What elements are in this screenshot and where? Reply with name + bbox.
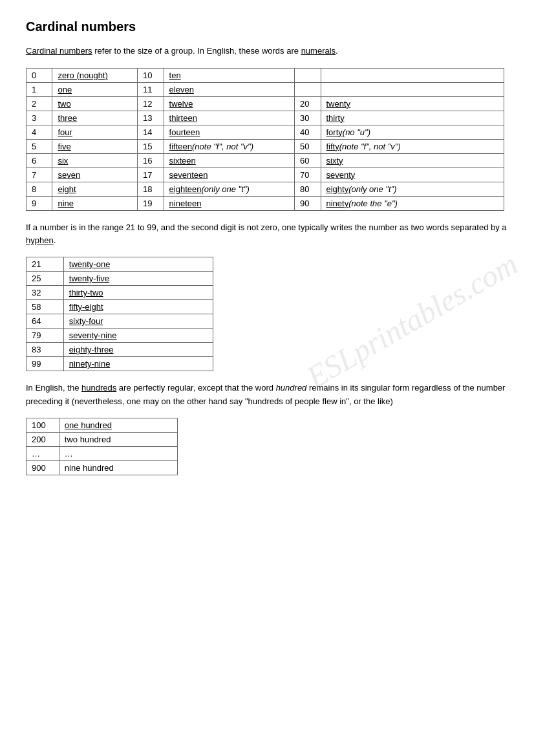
table-row: one hundred: [59, 418, 177, 432]
number-word-link[interactable]: seven: [58, 170, 80, 180]
table-row: 30: [295, 111, 321, 125]
table-row: 25: [27, 272, 64, 286]
table-row: 83: [27, 343, 64, 357]
hundreds-paragraph: In English, the hundreds are perfectly r…: [26, 382, 508, 409]
number-word-link[interactable]: three: [58, 113, 77, 123]
table-row: 10: [138, 68, 164, 82]
table-row: twenty-five: [63, 272, 213, 286]
number-word-link[interactable]: twelve: [169, 99, 193, 109]
numerals-link[interactable]: numerals: [301, 46, 336, 56]
hyphen-word-link[interactable]: ninety-nine: [69, 359, 111, 369]
number-word-link[interactable]: seventy: [326, 170, 356, 180]
table-row: 200: [27, 432, 59, 446]
table-row: two: [52, 96, 138, 111]
number-word-link[interactable]: sixteen: [169, 156, 196, 166]
table-row: five: [52, 139, 138, 153]
table-row: sixteen: [164, 153, 294, 167]
table-row: 15: [138, 139, 164, 153]
number-word-link[interactable]: fourteen: [169, 127, 200, 137]
table-row: nine: [52, 196, 138, 210]
number-word-link[interactable]: ten: [169, 70, 181, 80]
table-row: fourteen: [164, 125, 294, 139]
note-text: (note "f", not "v"): [192, 142, 253, 151]
number-word-link[interactable]: two: [58, 99, 70, 109]
number-word-link[interactable]: zero (nought): [58, 70, 107, 80]
number-word-link[interactable]: fifty: [326, 142, 339, 151]
table-row: four: [52, 125, 138, 139]
number-word-link[interactable]: twenty: [326, 99, 351, 109]
hyphen-text-2: .: [54, 235, 56, 245]
number-word-link[interactable]: thirteen: [169, 113, 197, 123]
table-row: 18: [138, 182, 164, 196]
table-row: 40: [295, 125, 321, 139]
table-row: [295, 68, 321, 82]
table-row: …: [59, 446, 177, 460]
table-row: twenty: [321, 96, 504, 111]
table-row: 900: [27, 460, 59, 475]
table-row: eleven: [164, 82, 294, 96]
intro-text-2: .: [336, 46, 338, 56]
note-text: (note the "e"): [348, 199, 398, 208]
number-word-link[interactable]: five: [58, 142, 70, 151]
number-word-link[interactable]: eighteen: [169, 184, 202, 194]
table-row: fifty(note "f", not "v"): [321, 139, 504, 153]
table-row: six: [52, 153, 138, 167]
number-word-link[interactable]: six: [58, 156, 68, 166]
table-row: 100: [27, 418, 59, 432]
table-row: thirty: [321, 111, 504, 125]
table-row: 79: [27, 329, 64, 343]
hundreds-text-2: are perfectly regular, except that the w…: [116, 383, 275, 393]
cardinal-numbers-link[interactable]: Cardinal numbers: [26, 46, 92, 56]
number-word-link[interactable]: forty: [326, 127, 343, 137]
hyphen-word-link[interactable]: thirty-two: [69, 288, 103, 297]
hyphen-word-link[interactable]: twenty-one: [69, 259, 111, 269]
table-row: twelve: [164, 96, 294, 111]
table-row: 58: [27, 300, 64, 314]
table-row: 5: [27, 139, 52, 153]
table-row: eighty(only one "t"): [321, 182, 504, 196]
number-word-link[interactable]: eleven: [169, 85, 194, 94]
note-text: (no "u"): [343, 127, 370, 137]
table-row: 9: [27, 196, 52, 210]
table-row: 2: [27, 96, 52, 111]
table-row: nineteen: [164, 196, 294, 210]
number-word-link[interactable]: nine: [58, 199, 74, 208]
table-row: 1: [27, 82, 52, 96]
table-row: three: [52, 111, 138, 125]
hundreds-table: 100one hundred200two hundred……900nine hu…: [26, 418, 178, 475]
table-row: seventy-nine: [63, 329, 213, 343]
hyphen-word-link[interactable]: fifty-eight: [69, 302, 103, 312]
table-row: 8: [27, 182, 52, 196]
table-row: ninety-nine: [63, 357, 213, 371]
number-word-link[interactable]: ninety: [326, 199, 349, 208]
hyphen-word-link[interactable]: seventy-nine: [69, 330, 117, 340]
table-row: nine hundred: [59, 460, 177, 475]
number-word-link[interactable]: one: [58, 85, 72, 94]
hyphen-word-link[interactable]: twenty-five: [69, 274, 109, 283]
table-row: fifteen(note "f", not "v"): [164, 139, 294, 153]
table-row: one: [52, 82, 138, 96]
table-row: twenty-one: [63, 257, 213, 272]
table-row: 60: [295, 153, 321, 167]
number-word-link[interactable]: seventeen: [169, 170, 208, 180]
number-word-link[interactable]: thirty: [326, 113, 345, 123]
table-row: 64: [27, 314, 64, 329]
table-row: [321, 68, 504, 82]
hyphen-word-link[interactable]: eighty-three: [69, 345, 114, 354]
number-word-link[interactable]: eight: [58, 184, 76, 194]
hyphen-text-1: If a number is in the range 21 to 99, an…: [26, 222, 507, 232]
number-word-link[interactable]: eighty: [326, 184, 349, 194]
table-row: 90: [295, 196, 321, 210]
hyphen-word-link[interactable]: sixty-four: [69, 316, 103, 326]
hundreds-link[interactable]: hundreds: [81, 383, 116, 393]
table-row: 0: [27, 68, 52, 82]
intro-text-1: refer to the size of a group. In English…: [92, 46, 301, 56]
hundred-word-link[interactable]: one hundred: [65, 420, 112, 430]
table-row: 13: [138, 111, 164, 125]
number-word-link[interactable]: four: [58, 127, 72, 137]
hyphen-link[interactable]: hyphen: [26, 235, 54, 245]
number-word-link[interactable]: fifteen: [169, 142, 192, 151]
number-word-link[interactable]: nineteen: [169, 199, 202, 208]
hyphen-paragraph: If a number is in the range 21 to 99, an…: [26, 221, 508, 248]
number-word-link[interactable]: sixty: [326, 156, 343, 166]
